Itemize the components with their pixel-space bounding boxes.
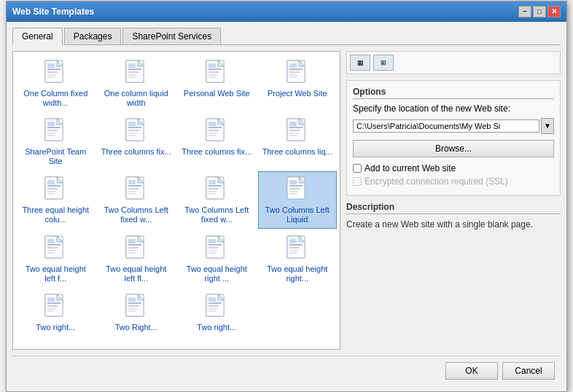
template-label: Project Web Site xyxy=(268,89,327,98)
template-item[interactable]: Two equal height left f... xyxy=(16,230,96,287)
template-icon xyxy=(283,234,312,263)
encrypted-checkbox[interactable] xyxy=(353,177,362,186)
template-item[interactable]: Two Right... xyxy=(97,289,176,336)
template-item[interactable]: Two right... xyxy=(16,289,96,336)
encrypted-label: Encrypted connection required (SSL) xyxy=(365,176,508,187)
template-item[interactable]: Three columns fix... xyxy=(177,113,257,170)
template-icon xyxy=(283,117,312,146)
ok-button[interactable]: OK xyxy=(445,362,498,380)
svg-rect-150 xyxy=(47,297,55,302)
grid-view-icon[interactable]: ▦ xyxy=(350,55,370,71)
encrypted-row: Encrypted connection required (SSL) xyxy=(353,176,554,187)
tab-sharepoint-services[interactable]: SharePoint Services xyxy=(122,28,221,44)
template-icon xyxy=(283,175,312,204)
template-item[interactable]: Two equal height right ... xyxy=(177,230,257,287)
template-icon xyxy=(202,117,231,146)
list-view-icon[interactable]: ⊞ xyxy=(373,55,394,71)
template-label: Three columns fix... xyxy=(182,147,252,157)
svg-rect-24 xyxy=(208,63,216,68)
description-title: Description xyxy=(346,202,561,214)
location-input[interactable] xyxy=(353,119,539,133)
template-label: Three equal height colu... xyxy=(20,205,92,224)
template-label: Two equal height right ... xyxy=(181,264,253,283)
template-label: Two equal height left fl... xyxy=(101,264,173,283)
window-body: General Packages SharePoint Services xyxy=(7,22,566,391)
location-label: Specify the location of the new Web site… xyxy=(353,103,554,114)
maximize-button[interactable]: □ xyxy=(533,6,546,17)
svg-rect-96 xyxy=(208,180,216,184)
options-section: Options Specify the location of the new … xyxy=(346,80,561,196)
svg-rect-78 xyxy=(47,180,55,184)
template-item[interactable]: Two Columns Left Liquid xyxy=(258,171,338,228)
template-label: SharePoint Team Site xyxy=(20,147,92,166)
add-to-current-row: Add to current Web site xyxy=(353,163,554,173)
template-icon xyxy=(202,58,231,87)
svg-rect-69 xyxy=(289,122,297,126)
template-label: Two equal height left f... xyxy=(20,264,92,283)
template-icon xyxy=(202,234,231,263)
template-label: Two Right... xyxy=(115,323,157,332)
tab-general[interactable]: General xyxy=(12,28,63,45)
template-icon xyxy=(122,292,151,321)
template-icon xyxy=(283,58,312,87)
template-label: Three columns fix... xyxy=(101,147,171,157)
svg-rect-87 xyxy=(128,180,136,184)
template-item[interactable]: Two Columns Left fixed w... xyxy=(97,171,176,228)
svg-rect-15 xyxy=(128,63,136,68)
cancel-button[interactable]: Cancel xyxy=(502,362,555,380)
svg-rect-33 xyxy=(289,63,297,68)
template-icon xyxy=(122,58,151,87)
template-grid-panel: One Column fixed width... One column liq… xyxy=(12,51,340,350)
template-icon xyxy=(122,175,151,204)
template-label: One Column fixed width... xyxy=(20,89,92,108)
bottom-bar: OK Cancel xyxy=(12,356,561,385)
svg-rect-114 xyxy=(47,239,55,243)
template-icon xyxy=(41,117,70,146)
template-item[interactable]: Three columns liq... xyxy=(258,113,338,170)
description-text: Create a new Web site with a single blan… xyxy=(346,219,561,231)
template-label: Two Columns Left Liquid xyxy=(262,205,334,224)
window-title: Web Site Templates xyxy=(12,7,94,17)
web-site-templates-dialog: Web Site Templates – □ ✕ General Package… xyxy=(6,1,567,392)
tabs-bar: General Packages SharePoint Services xyxy=(12,28,561,45)
template-label: Two right... xyxy=(197,323,236,332)
add-to-current-label: Add to current Web site xyxy=(365,163,456,173)
template-item[interactable]: Two Columns Left fixed w... xyxy=(177,171,257,228)
tab-packages[interactable]: Packages xyxy=(64,28,122,44)
svg-rect-159 xyxy=(128,297,136,302)
options-title: Options xyxy=(353,87,554,99)
minimize-button[interactable]: – xyxy=(518,6,531,17)
template-item[interactable]: Three equal height colu... xyxy=(16,171,96,228)
template-icon xyxy=(41,292,70,321)
template-icon xyxy=(122,117,151,146)
template-item[interactable]: One column liquid width xyxy=(97,55,176,111)
svg-rect-105 xyxy=(289,180,297,184)
template-icon xyxy=(122,234,151,263)
template-label: Two equal height right... xyxy=(262,264,334,283)
svg-rect-6 xyxy=(47,63,55,68)
template-item[interactable]: Two equal height right... xyxy=(258,230,338,287)
template-grid: One Column fixed width... One column liq… xyxy=(16,55,337,337)
template-item[interactable]: Two right... xyxy=(177,289,257,336)
title-bar-buttons: – □ ✕ xyxy=(518,6,561,17)
template-item[interactable]: Three columns fix... xyxy=(97,113,176,170)
add-to-current-checkbox[interactable] xyxy=(353,164,362,173)
template-label: Two Columns Left fixed w... xyxy=(101,205,173,224)
location-row: ▼ xyxy=(353,118,554,134)
description-section: Description Create a new Web site with a… xyxy=(346,202,561,350)
location-dropdown-button[interactable]: ▼ xyxy=(541,118,554,134)
svg-rect-168 xyxy=(208,297,216,302)
template-item[interactable]: SharePoint Team Site xyxy=(16,113,96,170)
template-item[interactable]: One Column fixed width... xyxy=(16,55,96,111)
template-item[interactable]: Project Web Site xyxy=(258,55,338,111)
svg-rect-141 xyxy=(289,239,297,243)
template-grid-scroll[interactable]: One Column fixed width... One column liq… xyxy=(12,51,340,350)
template-icon xyxy=(202,175,231,204)
template-label: Two Columns Left fixed w... xyxy=(181,205,253,224)
preview-icon-bar: ▦ ⊞ xyxy=(346,51,561,74)
browse-button[interactable]: Browse... xyxy=(353,140,554,157)
template-label: Two right... xyxy=(36,323,75,332)
close-button[interactable]: ✕ xyxy=(547,6,561,17)
template-item[interactable]: Personal Web Site xyxy=(177,55,257,111)
template-item[interactable]: Two equal height left fl... xyxy=(97,230,176,287)
